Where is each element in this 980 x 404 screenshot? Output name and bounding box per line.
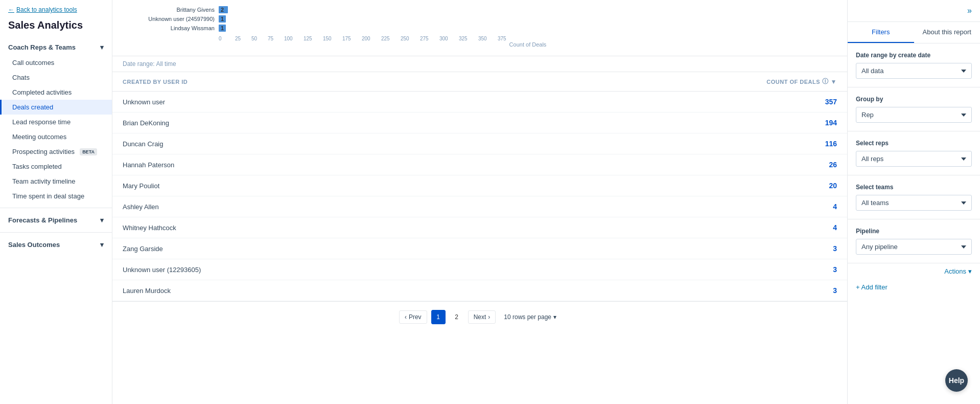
x-label-15: 375 (498, 36, 517, 41)
section-coach-label: Coach Reps & Teams (8, 43, 76, 51)
actions-label: Actions (944, 267, 966, 275)
sidebar-item-call-outcomes[interactable]: Call outcomes (0, 55, 112, 70)
beta-badge: BETA (80, 148, 97, 155)
x-axis: 0 25 50 75 100 125 150 175 200 225 250 2… (219, 36, 837, 41)
date-range-select[interactable]: All data Today This week This month (856, 63, 972, 79)
sidebar-section-forecasts[interactable]: Forecasts & Pipelines ▾ (0, 212, 112, 228)
table-cell-count-4: 20 (495, 175, 847, 196)
chart-rows: Brittany Givens 2 Unknown user (24597990… (123, 6, 837, 32)
sidebar-item-completed-activities[interactable]: Completed activities (0, 85, 112, 100)
help-label: Help (949, 376, 964, 385)
tab-about[interactable]: About this report (914, 22, 981, 43)
table-cell-count-7: 3 (495, 238, 847, 259)
group-by-section: Group by Rep Team (848, 87, 980, 131)
table-row: Hannah Paterson26 (112, 154, 847, 175)
table-row: Unknown user357 (112, 92, 847, 113)
chart-label-1: Unknown user (24597990) (123, 16, 215, 22)
table-cell-user-5: Ashley Allen (112, 196, 495, 217)
help-button[interactable]: Help (945, 369, 968, 392)
prev-page-button[interactable]: ‹ Prev (399, 310, 427, 324)
sidebar-item-deals-created[interactable]: Deals created (0, 100, 112, 115)
col-count[interactable]: COUNT OF DEALS ⓘ ▼ (495, 72, 847, 92)
select-teams-section: Select teams All teams (848, 175, 980, 219)
x-label-13: 325 (459, 36, 478, 41)
x-label-5: 125 (304, 36, 323, 41)
next-arrow-icon: › (488, 313, 490, 321)
sidebar-divider-1 (0, 208, 112, 208)
x-label-8: 200 (362, 36, 381, 41)
sidebar-item-meeting-outcomes[interactable]: Meeting outcomes (0, 129, 112, 144)
table-cell-count-8: 3 (495, 259, 847, 280)
table-cell-user-1: Brian DeKoning (112, 113, 495, 133)
sidebar-divider-2 (0, 232, 112, 233)
pipeline-select[interactable]: Any pipeline (856, 239, 972, 255)
time-spent-label: Time spent in deal stage (12, 192, 84, 200)
table-row: Mary Pouliot20 (112, 175, 847, 196)
table-row: Ashley Allen4 (112, 196, 847, 217)
table-cell-count-1: 194 (495, 113, 847, 133)
add-filter-button[interactable]: + Add filter (848, 279, 980, 295)
table-cell-count-0: 357 (495, 92, 847, 113)
table-row: Duncan Craig116 (112, 133, 847, 154)
table-row: Whitney Hathcock4 (112, 217, 847, 238)
x-label-10: 250 (401, 36, 420, 41)
rows-per-page-selector[interactable]: 10 rows per page ▾ (500, 311, 561, 323)
table-header: CREATED BY USER ID COUNT OF DEALS ⓘ ▼ (112, 72, 847, 92)
next-page-button[interactable]: Next › (468, 310, 496, 324)
section-forecasts-label: Forecasts & Pipelines (8, 216, 77, 224)
section-sales-outcomes-label: Sales Outcomes (8, 241, 60, 249)
lead-response-time-label: Lead response time (12, 118, 71, 126)
table-cell-user-4: Mary Pouliot (112, 175, 495, 196)
sidebar-item-prospecting-activities[interactable]: Prospecting activities BETA (0, 144, 112, 159)
call-outcomes-label: Call outcomes (12, 59, 54, 66)
completed-activities-label: Completed activities (12, 88, 72, 96)
deals-created-label: Deals created (12, 103, 53, 111)
page-1-button[interactable]: 1 (431, 310, 446, 324)
expand-icon[interactable]: » (967, 6, 972, 15)
sidebar-section-sales-outcomes[interactable]: Sales Outcomes ▾ (0, 237, 112, 253)
sidebar-item-team-activity-timeline[interactable]: Team activity timeline (0, 174, 112, 189)
x-label-12: 300 (439, 36, 459, 41)
chats-label: Chats (12, 74, 30, 81)
sidebar-item-lead-response-time[interactable]: Lead response time (0, 115, 112, 129)
actions-button[interactable]: Actions ▾ (944, 267, 972, 275)
date-range-label-panel: Date range by create date (856, 52, 972, 59)
tab-about-label: About this report (923, 28, 971, 36)
deals-table: CREATED BY USER ID COUNT OF DEALS ⓘ ▼ Un… (112, 72, 847, 301)
tasks-completed-label: Tasks completed (12, 163, 62, 170)
back-to-analytics-link[interactable]: ← Back to analytics tools (0, 0, 112, 17)
chart-row-1: Unknown user (24597990) 1 (123, 15, 837, 23)
table-cell-user-9: Lauren Murdock (112, 280, 495, 301)
sidebar: ← Back to analytics tools Sales Analytic… (0, 0, 112, 404)
table-cell-user-8: Unknown user (12293605) (112, 259, 495, 280)
x-label-6: 150 (323, 36, 342, 41)
chart-value-0: 2 (221, 7, 224, 13)
select-reps-select[interactable]: All reps (856, 151, 972, 167)
page-2-button[interactable]: 2 (450, 310, 464, 324)
table-cell-count-3: 26 (495, 154, 847, 175)
date-range-section: Date range by create date All data Today… (848, 43, 980, 87)
actions-area: Actions ▾ (848, 263, 980, 279)
chart-area: Brittany Givens 2 Unknown user (24597990… (112, 0, 847, 56)
prospecting-activities-label: Prospecting activities (12, 148, 75, 155)
group-by-select[interactable]: Rep Team (856, 107, 972, 123)
select-teams-select[interactable]: All teams (856, 195, 972, 211)
sidebar-section-coach[interactable]: Coach Reps & Teams ▾ (0, 39, 112, 55)
table-cell-count-6: 4 (495, 217, 847, 238)
panel-tabs: Filters About this report (848, 22, 980, 43)
x-label-4: 100 (284, 36, 304, 41)
meeting-outcomes-label: Meeting outcomes (12, 133, 66, 141)
pipeline-label: Pipeline (856, 228, 972, 235)
table-area: Date range: All time CREATED BY USER ID … (112, 56, 847, 404)
sidebar-item-time-spent[interactable]: Time spent in deal stage (0, 189, 112, 204)
table-cell-user-7: Zang Garside (112, 238, 495, 259)
right-panel-top: » (848, 0, 980, 22)
sidebar-item-chats[interactable]: Chats (0, 70, 112, 85)
sidebar-item-tasks-completed[interactable]: Tasks completed (0, 159, 112, 174)
right-panel: » Filters About this report Date range b… (847, 0, 980, 404)
tab-filters[interactable]: Filters (848, 22, 914, 43)
chart-bar-1: 1 (219, 15, 226, 23)
table-row: Brian DeKoning194 (112, 113, 847, 133)
x-label-0: 0 (219, 36, 235, 41)
chart-value-1: 1 (221, 16, 224, 22)
